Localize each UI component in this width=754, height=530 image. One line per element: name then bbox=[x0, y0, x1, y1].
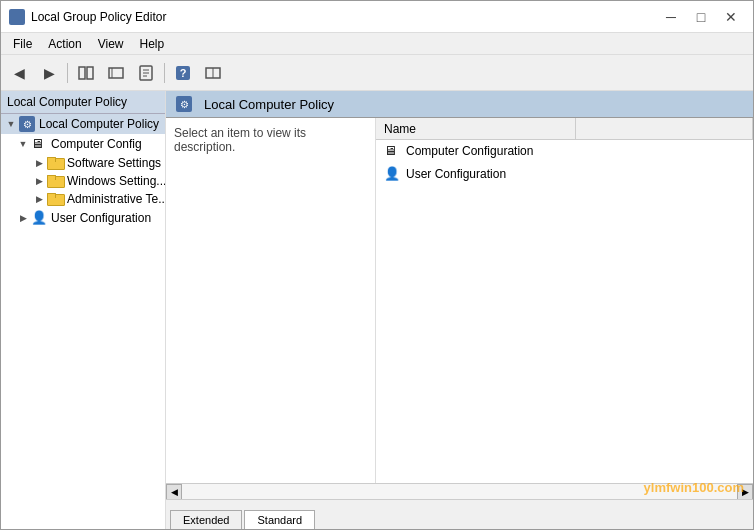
title-bar: Local Group Policy Editor ─ □ ✕ bbox=[1, 1, 753, 33]
main-window: Local Group Policy Editor ─ □ ✕ File Act… bbox=[0, 0, 754, 530]
tree-label-admin: Administrative Te... bbox=[67, 192, 165, 206]
tree-item-software[interactable]: ▶ Software Settings bbox=[1, 154, 165, 172]
tree-item-computer-config[interactable]: ▼ Computer Configura... bbox=[1, 134, 165, 154]
scroll-right[interactable]: ▶ bbox=[737, 484, 753, 500]
menu-bar: File Action View Help bbox=[1, 33, 753, 55]
up-button[interactable] bbox=[102, 60, 130, 86]
menu-help[interactable]: Help bbox=[132, 35, 173, 53]
policy-icon bbox=[19, 116, 35, 132]
toolbar-sep-2 bbox=[164, 63, 165, 83]
menu-view[interactable]: View bbox=[90, 35, 132, 53]
list-header: Name bbox=[376, 118, 753, 140]
description-pane: Select an item to view its description. bbox=[166, 118, 376, 483]
list-row-user[interactable]: User Configuration bbox=[376, 163, 753, 186]
expand-software[interactable]: ▶ bbox=[33, 157, 45, 169]
tab-standard[interactable]: Standard bbox=[244, 510, 315, 529]
export-button[interactable] bbox=[199, 60, 227, 86]
help-icon: ? bbox=[175, 65, 191, 81]
scroll-track[interactable] bbox=[182, 484, 737, 499]
content-header-icon bbox=[176, 96, 192, 112]
col-header-extra bbox=[576, 118, 753, 139]
menu-file[interactable]: File bbox=[5, 35, 40, 53]
toolbar-sep-1 bbox=[67, 63, 68, 83]
tree-item-windows[interactable]: ▶ Windows Setting... bbox=[1, 172, 165, 190]
list-user-icon bbox=[384, 166, 400, 182]
tree-label-windows: Windows Setting... bbox=[67, 174, 165, 188]
properties-icon bbox=[138, 65, 154, 81]
computer-config-icon bbox=[31, 136, 47, 152]
tree-item-root[interactable]: ▼ Local Computer Policy bbox=[1, 114, 165, 134]
scroll-left[interactable]: ◀ bbox=[166, 484, 182, 500]
expand-root[interactable]: ▼ bbox=[5, 118, 17, 130]
menu-action[interactable]: Action bbox=[40, 35, 89, 53]
tab-extended[interactable]: Extended bbox=[170, 510, 242, 529]
list-user-label: User Configuration bbox=[406, 167, 506, 181]
windows-folder-icon bbox=[47, 175, 63, 188]
expand-user-config[interactable]: ▶ bbox=[17, 212, 29, 224]
app-icon bbox=[9, 9, 25, 25]
close-button[interactable]: ✕ bbox=[717, 4, 745, 30]
svg-text:?: ? bbox=[180, 67, 187, 79]
expand-comp-config[interactable]: ▼ bbox=[17, 138, 29, 150]
list-comp-label: Computer Configuration bbox=[406, 144, 533, 158]
tree-header: Local Computer Policy bbox=[1, 91, 165, 114]
maximize-button[interactable]: □ bbox=[687, 4, 715, 30]
tree-item-admin[interactable]: ▶ Administrative Te... bbox=[1, 190, 165, 208]
description-text: Select an item to view its description. bbox=[174, 126, 306, 154]
svg-rect-0 bbox=[79, 67, 85, 79]
svg-rect-2 bbox=[109, 68, 123, 78]
tree-label-user-config: User Configuration bbox=[51, 211, 151, 225]
minimize-button[interactable]: ─ bbox=[657, 4, 685, 30]
user-config-icon bbox=[31, 210, 47, 226]
window-controls: ─ □ ✕ bbox=[657, 4, 745, 30]
tree-label-root: Local Computer Policy bbox=[39, 117, 159, 131]
content-pane: Local Computer Policy Select an item to … bbox=[166, 91, 753, 529]
content-header-title: Local Computer Policy bbox=[204, 97, 334, 112]
list-comp-icon bbox=[384, 143, 400, 159]
tree-pane: Local Computer Policy ▼ Local Computer P… bbox=[1, 91, 166, 529]
forward-button[interactable]: ▶ bbox=[35, 60, 63, 86]
expand-windows[interactable]: ▶ bbox=[33, 175, 45, 187]
show-hide-tree-button[interactable] bbox=[72, 60, 100, 86]
software-folder-icon bbox=[47, 157, 63, 170]
h-scrollbar: ◀ ▶ bbox=[166, 483, 753, 499]
bottom-bar: Extended Standard bbox=[166, 499, 753, 529]
export-icon bbox=[205, 65, 221, 81]
up-icon bbox=[108, 65, 124, 81]
tree-label-computer-config: Computer Configura... bbox=[51, 137, 141, 151]
tree-label-software: Software Settings bbox=[67, 156, 161, 170]
list-row-computer[interactable]: Computer Configuration bbox=[376, 140, 753, 163]
col-header-name: Name bbox=[376, 118, 576, 139]
toolbar: ◀ ▶ ? bbox=[1, 55, 753, 91]
tree-item-user-config[interactable]: ▶ User Configuration bbox=[1, 208, 165, 228]
main-content: Local Computer Policy ▼ Local Computer P… bbox=[1, 91, 753, 529]
list-pane: Name Computer Configuration User Configu… bbox=[376, 118, 753, 483]
help-button[interactable]: ? bbox=[169, 60, 197, 86]
tree-icon bbox=[78, 65, 94, 81]
admin-folder-icon bbox=[47, 193, 63, 206]
expand-admin[interactable]: ▶ bbox=[33, 193, 45, 205]
content-body: Select an item to view its description. … bbox=[166, 118, 753, 483]
content-header: Local Computer Policy bbox=[166, 91, 753, 118]
back-button[interactable]: ◀ bbox=[5, 60, 33, 86]
window-title: Local Group Policy Editor bbox=[31, 10, 657, 24]
svg-rect-1 bbox=[87, 67, 93, 79]
properties-button[interactable] bbox=[132, 60, 160, 86]
